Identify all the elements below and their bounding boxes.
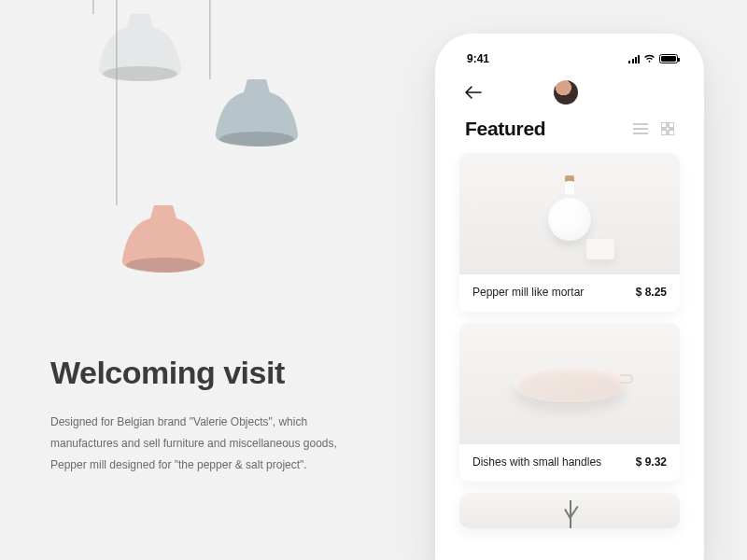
svg-rect-6 <box>669 130 674 135</box>
svg-rect-3 <box>661 122 667 128</box>
battery-icon <box>659 54 678 63</box>
product-price: $ 8.25 <box>636 286 667 299</box>
svg-rect-4 <box>669 122 674 128</box>
hero-heading: Welcoming visit <box>50 355 349 391</box>
list-view-icon[interactable] <box>633 123 648 134</box>
status-time: 9:41 <box>467 52 489 65</box>
product-image <box>459 323 680 444</box>
hero-body: Designed for Belgian brand "Valerie Obje… <box>50 412 349 475</box>
phone-frame: 9:41 Featured <box>435 34 704 560</box>
phone-notch <box>514 43 625 63</box>
product-name: Dishes with small handles <box>472 455 601 469</box>
svg-point-2 <box>126 258 201 273</box>
wifi-icon <box>643 54 655 63</box>
avatar[interactable] <box>554 80 578 105</box>
product-name: Pepper mill like mortar <box>472 286 584 299</box>
section-title: Featured <box>465 118 545 140</box>
product-price: $ 9.32 <box>636 455 667 469</box>
svg-point-1 <box>219 132 294 147</box>
grid-view-icon[interactable] <box>661 122 674 135</box>
svg-point-0 <box>103 66 177 81</box>
product-card[interactable]: Pepper mill like mortar $ 8.25 <box>459 153 680 312</box>
back-icon[interactable] <box>465 86 482 99</box>
product-image <box>459 493 680 528</box>
product-card[interactable] <box>459 493 680 528</box>
cellular-signal-icon <box>628 55 640 63</box>
product-image <box>459 153 680 274</box>
svg-rect-5 <box>661 130 667 135</box>
hero-section: Welcoming visit Designed for Belgian bra… <box>50 355 349 475</box>
product-card[interactable]: Dishes with small handles $ 9.32 <box>459 323 680 482</box>
